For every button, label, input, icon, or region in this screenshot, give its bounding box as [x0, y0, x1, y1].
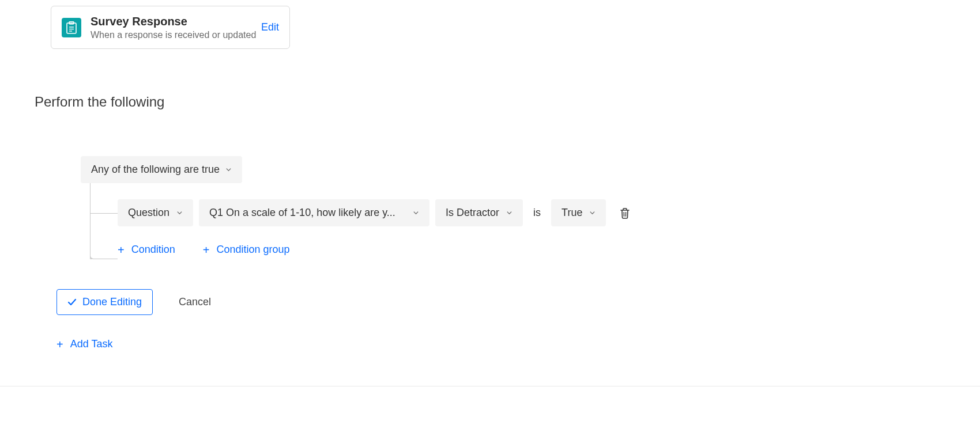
- section-divider: [0, 386, 980, 386]
- check-icon: [67, 298, 77, 306]
- section-heading: Perform the following: [35, 94, 945, 110]
- trigger-info: Survey Response When a response is recei…: [62, 14, 256, 40]
- cancel-button[interactable]: Cancel: [179, 296, 211, 308]
- add-condition-button[interactable]: + Condition: [118, 244, 175, 256]
- trigger-card: Survey Response When a response is recei…: [51, 6, 290, 49]
- trigger-subtitle: When a response is received or updated: [91, 30, 256, 40]
- question-label: Q1 On a scale of 1-10, how likely are y.…: [209, 207, 395, 219]
- add-condition-group-label: Condition group: [216, 244, 289, 256]
- done-editing-button[interactable]: Done Editing: [56, 289, 153, 315]
- connector-word: is: [529, 207, 545, 219]
- question-selector[interactable]: Q1 On a scale of 1-10, how likely are y.…: [199, 199, 429, 226]
- add-task-button[interactable]: + Add Task: [56, 338, 112, 350]
- chevron-down-icon: [176, 210, 183, 216]
- plus-icon: +: [203, 244, 210, 256]
- value-label: True: [561, 207, 582, 219]
- field-type-selector[interactable]: Question: [118, 199, 193, 226]
- plus-icon: +: [56, 339, 63, 350]
- chevron-down-icon: [506, 210, 512, 216]
- connector-line: [90, 183, 91, 213]
- chevron-down-icon: [225, 166, 232, 173]
- delete-condition-button[interactable]: [620, 207, 630, 219]
- chevron-down-icon: [413, 210, 419, 216]
- add-task-label: Add Task: [70, 338, 113, 350]
- plus-icon: +: [118, 244, 125, 256]
- trigger-title: Survey Response: [91, 14, 256, 29]
- operator-label: Is Detractor: [446, 207, 499, 219]
- condition-row: Question Q1 On a scale of 1-10, how like…: [118, 199, 945, 226]
- chevron-down-icon: [589, 210, 595, 216]
- edit-trigger-link[interactable]: Edit: [261, 21, 279, 33]
- svg-rect-0: [67, 23, 76, 33]
- value-selector[interactable]: True: [551, 199, 606, 226]
- trash-icon: [620, 207, 630, 219]
- logic-mode-label: Any of the following are true: [91, 164, 220, 176]
- clipboard-icon: [62, 18, 81, 37]
- done-editing-label: Done Editing: [82, 296, 142, 308]
- operator-selector[interactable]: Is Detractor: [435, 199, 523, 226]
- logic-mode-selector[interactable]: Any of the following are true: [81, 156, 242, 183]
- connector-line: [90, 213, 91, 259]
- conditions-block: Any of the following are true Question Q…: [81, 156, 945, 256]
- add-condition-label: Condition: [131, 244, 175, 256]
- field-type-label: Question: [128, 207, 169, 219]
- add-condition-group-button[interactable]: + Condition group: [203, 244, 290, 256]
- connector-line: [90, 213, 118, 214]
